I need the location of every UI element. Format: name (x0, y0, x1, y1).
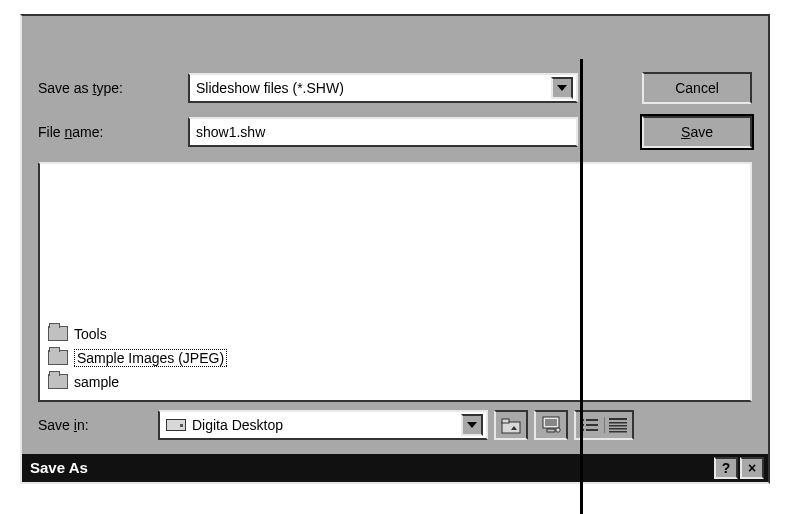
svg-rect-16 (609, 431, 627, 433)
filename-label: File name: (38, 124, 188, 140)
details-view-icon (608, 417, 628, 433)
list-item[interactable]: sample (46, 370, 744, 394)
svg-rect-7 (586, 419, 598, 421)
callout-line (580, 59, 583, 514)
svg-point-5 (556, 428, 560, 432)
filename-input[interactable]: show1.shw (188, 117, 578, 147)
view-buttons[interactable] (574, 410, 634, 440)
up-one-level-button[interactable] (494, 410, 528, 440)
svg-rect-3 (545, 419, 557, 426)
savetype-label: Save as type: (38, 80, 188, 96)
chevron-down-icon (467, 422, 477, 428)
desktop-button[interactable] (534, 410, 568, 440)
svg-rect-13 (609, 422, 627, 424)
filename-row: File name: show1.shw Save (38, 116, 752, 148)
svg-rect-4 (547, 429, 555, 432)
folder-icon (48, 375, 68, 390)
folder-icon (48, 327, 68, 342)
svg-rect-15 (609, 428, 627, 430)
svg-rect-9 (586, 424, 598, 426)
cancel-button[interactable]: Cancel (642, 72, 752, 104)
save-as-type-combo[interactable]: Slideshow files (*.SHW) (188, 73, 578, 103)
dialog-title: Save As (26, 460, 712, 477)
svg-rect-14 (609, 425, 627, 427)
dropdown-button[interactable] (461, 414, 483, 436)
drive-icon (166, 419, 186, 431)
svg-rect-1 (502, 419, 509, 423)
save-in-value: Digita Desktop (192, 417, 283, 433)
help-button[interactable]: ? (714, 457, 738, 479)
dropdown-button[interactable] (551, 77, 573, 99)
save-in-row: Save in: Digita Desktop (38, 410, 752, 440)
desktop-icon (540, 415, 562, 435)
list-item[interactable]: Tools (46, 322, 744, 346)
chevron-down-icon (557, 85, 567, 91)
save-in-label: Save in: (38, 417, 158, 433)
up-one-level-icon (501, 416, 521, 434)
savetype-row: Save as type: Slideshow files (*.SHW) Ca… (38, 72, 752, 104)
list-item[interactable]: Sample Images (JPEG) (46, 346, 744, 370)
close-button[interactable]: × (740, 457, 764, 479)
save-button[interactable]: Save (642, 116, 752, 148)
titlebar: Save As ? × (22, 454, 768, 482)
save-as-dialog: Save As ? × Save in: Digita Desktop (20, 14, 770, 484)
svg-rect-0 (502, 422, 520, 433)
svg-rect-12 (609, 418, 627, 420)
file-list[interactable]: sample Sample Images (JPEG) Tools (38, 162, 752, 402)
save-in-combo[interactable]: Digita Desktop (158, 410, 488, 440)
svg-rect-11 (586, 429, 598, 431)
folder-icon (48, 351, 68, 366)
